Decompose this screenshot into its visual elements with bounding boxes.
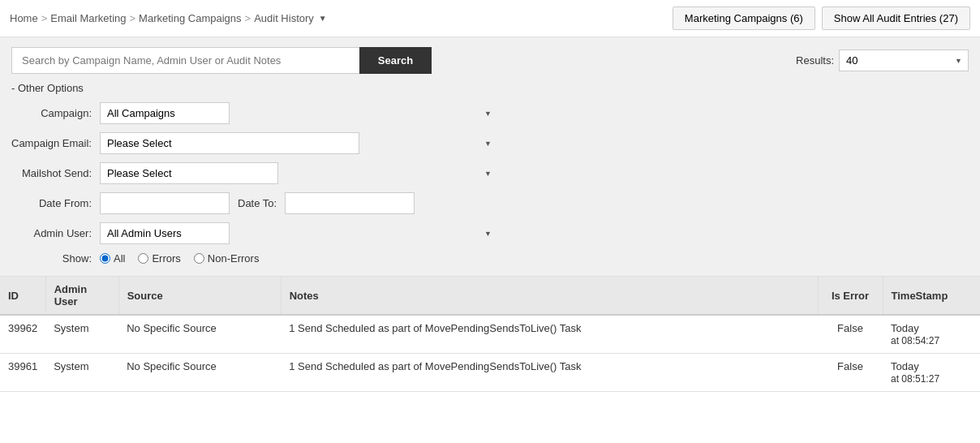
date-to-input[interactable] xyxy=(285,192,415,214)
date-from-input[interactable] xyxy=(100,192,230,214)
radio-non-errors-input[interactable] xyxy=(194,253,204,264)
show-label: Show: xyxy=(11,252,92,265)
options-form: Campaign: All Campaigns Campaign Email: … xyxy=(11,102,498,265)
date-to-label: Date To: xyxy=(238,197,277,209)
cell-id: 39961 xyxy=(0,354,45,392)
col-header-id: ID xyxy=(0,277,45,315)
other-options-toggle[interactable]: - Other Options xyxy=(11,82,969,94)
col-header-notes: Notes xyxy=(281,277,818,315)
table-header-row: ID Admin User Source Notes Is Error Time… xyxy=(0,277,980,315)
search-row: Search Results: 40 20 80 xyxy=(11,47,969,74)
cell-source: No Specific Source xyxy=(118,315,281,354)
radio-errors-label: Errors xyxy=(152,252,180,265)
audit-table: ID Admin User Source Notes Is Error Time… xyxy=(0,277,980,392)
radio-all-input[interactable] xyxy=(100,253,110,264)
show-all-audit-entries-button[interactable]: Show All Audit Entries (27) xyxy=(822,6,970,30)
cell-timestamp: Today at 08:54:27 xyxy=(883,315,980,354)
cell-notes: 1 Send Scheduled as part of MovePendingS… xyxy=(281,354,818,392)
breadcrumb-dropdown-icon[interactable]: ▼ xyxy=(319,14,327,23)
search-input-wrap xyxy=(11,47,359,74)
breadcrumb: Home > Email Marketing > Marketing Campa… xyxy=(10,12,327,24)
col-header-timestamp: TimeStamp xyxy=(883,277,980,315)
breadcrumb-sep-1: > xyxy=(41,12,48,24)
cell-timestamp: Today at 08:51:27 xyxy=(883,354,980,392)
cell-admin-user: System xyxy=(45,315,118,354)
breadcrumb-email-marketing[interactable]: Email Marketing xyxy=(50,12,126,24)
breadcrumb-bar: Home > Email Marketing > Marketing Campa… xyxy=(0,0,980,37)
other-options-section: - Other Options Campaign: All Campaigns … xyxy=(11,82,969,265)
campaign-email-select[interactable]: Please Select xyxy=(100,132,359,154)
radio-errors-option[interactable]: Errors xyxy=(138,252,180,265)
col-header-source: Source xyxy=(118,277,281,315)
show-radio-group: All Errors Non-Errors xyxy=(100,252,498,265)
table-section: ID Admin User Source Notes Is Error Time… xyxy=(0,277,980,392)
breadcrumb-sep-2: > xyxy=(129,12,135,24)
campaign-select[interactable]: All Campaigns xyxy=(100,102,230,124)
admin-user-select-wrap: All Admin Users xyxy=(100,222,498,244)
cell-source: No Specific Source xyxy=(118,354,281,392)
search-button[interactable]: Search xyxy=(359,47,432,74)
campaign-email-select-wrap: Please Select xyxy=(100,132,498,154)
timestamp-today: Today xyxy=(891,322,919,334)
results-label: Results: xyxy=(796,54,834,67)
date-row: Date To: xyxy=(100,192,498,214)
cell-admin-user: System xyxy=(45,354,118,392)
search-area: Search Results: 40 20 80 - Other Options… xyxy=(0,37,980,277)
table-row: 39961 System No Specific Source 1 Send S… xyxy=(0,354,980,392)
cell-is-error: False xyxy=(818,315,883,354)
col-header-admin-user: Admin User xyxy=(45,277,118,315)
cell-id: 39962 xyxy=(0,315,45,354)
radio-errors-input[interactable] xyxy=(138,253,148,264)
col-header-is-error: Is Error xyxy=(818,277,883,315)
table-row: 39962 System No Specific Source 1 Send S… xyxy=(0,315,980,354)
marketing-campaigns-button[interactable]: Marketing Campaigns (6) xyxy=(673,6,815,30)
timestamp-time: at 08:51:27 xyxy=(891,373,939,385)
radio-all-label: All xyxy=(114,252,125,265)
breadcrumb-sep-3: > xyxy=(245,12,251,24)
mailshot-select[interactable]: Please Select xyxy=(100,162,278,184)
breadcrumb-audit-history[interactable]: Audit History xyxy=(254,12,314,24)
timestamp-today: Today xyxy=(891,360,919,372)
breadcrumb-home[interactable]: Home xyxy=(10,12,38,24)
timestamp-time: at 08:54:27 xyxy=(891,335,939,346)
radio-all-option[interactable]: All xyxy=(100,252,125,265)
results-select-wrap: 40 20 80 xyxy=(839,49,969,71)
header-buttons: Marketing Campaigns (6) Show All Audit E… xyxy=(673,6,970,30)
results-select[interactable]: 40 20 80 xyxy=(839,49,969,71)
cell-is-error: False xyxy=(818,354,883,392)
cell-notes: 1 Send Scheduled as part of MovePendingS… xyxy=(281,315,818,354)
radio-non-errors-option[interactable]: Non-Errors xyxy=(194,252,260,265)
mailshot-select-wrap: Please Select xyxy=(100,162,498,184)
admin-user-label: Admin User: xyxy=(11,227,92,239)
campaign-email-label: Campaign Email: xyxy=(11,137,92,149)
radio-non-errors-label: Non-Errors xyxy=(208,252,260,265)
campaign-label: Campaign: xyxy=(11,107,92,119)
admin-user-select[interactable]: All Admin Users xyxy=(100,222,230,244)
breadcrumb-marketing-campaigns[interactable]: Marketing Campaigns xyxy=(139,12,241,24)
search-input[interactable] xyxy=(11,47,359,74)
date-from-label: Date From: xyxy=(11,197,92,209)
campaign-select-wrap: All Campaigns xyxy=(100,102,498,124)
mailshot-label: Mailshot Send: xyxy=(11,167,92,179)
